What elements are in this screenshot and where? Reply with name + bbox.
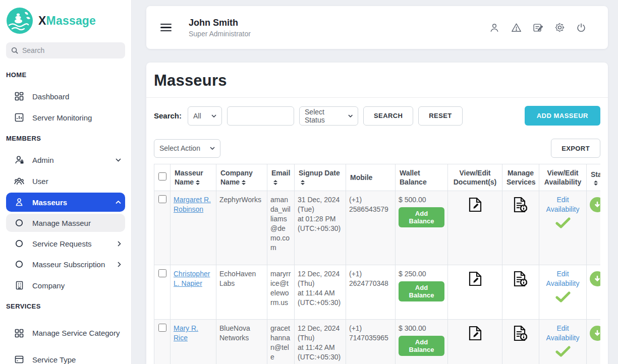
chevron-up-icon [116, 201, 121, 204]
reset-button[interactable]: RESET [418, 106, 462, 126]
table-row: Margaret R. Robinson ZephyrWorks amanda_… [154, 191, 601, 265]
view-edit-document-button[interactable] [467, 325, 483, 342]
chevron-right-icon [118, 262, 121, 267]
add-balance-button[interactable]: Add Balance [399, 207, 444, 227]
status-toggle-icon[interactable] [590, 197, 600, 212]
manage-services-button[interactable] [513, 325, 529, 342]
sidebar-item-server-monitoring[interactable]: Server Monitoring [6, 110, 125, 125]
table-row: Mary R. Rice BlueNova Networks gracethan… [154, 320, 601, 364]
document-info-icon [513, 270, 529, 287]
edit-availability-link[interactable]: Edit Availability [542, 324, 583, 343]
edit-availability-link[interactable]: Edit Availability [542, 195, 583, 214]
status-toggle-icon[interactable] [590, 326, 600, 341]
chevron-down-icon [116, 158, 121, 162]
mobile-cell: (+1) 7147035965 [346, 320, 396, 364]
sidebar-item-label: Masseur Subscription [32, 260, 105, 269]
sort-icon [273, 180, 277, 185]
divider [146, 97, 608, 98]
company-cell: ZephyrWorks [216, 191, 267, 265]
header-company-name[interactable]: Company Name [216, 164, 267, 191]
settings-gear-icon[interactable] [553, 21, 566, 34]
company-cell: BlueNova Networks [216, 320, 267, 364]
power-icon[interactable] [575, 21, 588, 34]
search-keyword-input[interactable] [227, 106, 294, 126]
sidebar-item-label: Admin [32, 156, 54, 164]
radio-circle-icon [14, 219, 24, 227]
section-members: MEMBERS [6, 135, 125, 142]
sidebar-item-admin[interactable]: Admin [6, 152, 125, 167]
masseur-name-link[interactable]: Christopher L. Napier [174, 270, 210, 287]
header-view-edit-documents: View/Edit Document(s) [448, 164, 502, 191]
sidebar-item-masseur-subscription[interactable]: Masseur Subscription [6, 257, 125, 272]
mobile-cell: (+1) 2586543579 [346, 191, 396, 265]
search-input[interactable] [22, 46, 120, 54]
sidebar-item-user[interactable]: User [6, 173, 125, 189]
header-email[interactable]: Email [267, 164, 295, 191]
users-group-icon [14, 176, 24, 186]
bulk-action-select[interactable]: Select Action [154, 139, 220, 158]
view-edit-document-button[interactable] [467, 196, 483, 213]
dashboard-grid-icon [14, 92, 24, 101]
manage-services-button[interactable] [513, 196, 529, 213]
email-cell: gracethannan@tele [267, 320, 295, 364]
chevron-down-icon [348, 114, 353, 117]
sidebar-item-masseurs[interactable]: Masseurs [6, 193, 125, 212]
sort-icon [301, 180, 305, 185]
edit-availability-link[interactable]: Edit Availability [542, 269, 583, 288]
filter-row: Search: All Select Status SEARCH RESET A… [154, 106, 600, 126]
view-edit-document-button[interactable] [467, 270, 483, 287]
add-balance-button[interactable]: Add Balance [399, 281, 444, 301]
document-edit-icon [467, 270, 483, 287]
masseur-name-link[interactable]: Mary R. Rice [174, 324, 198, 342]
current-user: John Smith Super Administrator [189, 18, 251, 38]
status-toggle-icon[interactable] [590, 271, 600, 286]
alert-triangle-icon[interactable] [510, 21, 523, 34]
status-select[interactable]: Select Status [299, 106, 358, 126]
chevron-down-icon [210, 147, 215, 150]
wallet-cell: $ 300.00 Add Balance [396, 320, 448, 364]
sidebar-item-label: Service Requests [32, 239, 92, 248]
search-field-select[interactable]: All [188, 106, 222, 126]
header-masseur-name[interactable]: Masseur Name [171, 164, 216, 191]
form-edit-icon[interactable] [531, 21, 544, 34]
wallet-amount: $ 500.00 [399, 195, 444, 205]
user-icon[interactable] [488, 21, 501, 34]
sidebar-item-label: Company [32, 281, 65, 290]
masseurs-table: Masseur Name Company Name Email Signup D… [154, 164, 600, 364]
category-grid-icon [14, 329, 24, 338]
sidebar-item-manage-service-category[interactable]: Manage Service Category [6, 322, 125, 345]
search-button[interactable]: SEARCH [363, 106, 413, 126]
sidebar-search[interactable] [6, 42, 125, 58]
sidebar-item-label: Masseurs [32, 198, 67, 207]
sidebar-item-service-type[interactable]: Service Type [6, 352, 125, 364]
document-edit-icon [467, 325, 483, 342]
masseur-name-link[interactable]: Margaret R. Robinson [174, 196, 211, 213]
row-checkbox[interactable] [158, 269, 166, 277]
row-checkbox[interactable] [158, 324, 166, 332]
availability-check-icon [555, 346, 571, 357]
brand-text: XMassage [38, 14, 96, 28]
row-checkbox[interactable] [158, 195, 166, 203]
chevron-right-icon [118, 241, 121, 247]
availability-check-icon [555, 291, 571, 302]
manage-services-button[interactable] [513, 270, 529, 287]
sidebar: XMassage HOME Dashboard Server Monitorin… [0, 0, 132, 364]
add-balance-button[interactable]: Add Balance [399, 336, 444, 356]
menu-toggle-button[interactable] [160, 22, 172, 34]
sidebar-item-service-requests[interactable]: Service Requests [6, 236, 125, 251]
sidebar-item-company[interactable]: Company [6, 278, 125, 293]
company-cell: EchoHaven Labs [216, 265, 267, 320]
signup-cell: 12 Dec, 2024 (Thu) at 11:44 AM (UTC:+05:… [295, 265, 346, 320]
header-status[interactable]: Status [587, 164, 601, 191]
header-manage-services: Manage Services [502, 164, 539, 191]
app-logo[interactable]: XMassage [6, 7, 125, 34]
card-list-icon [14, 355, 24, 363]
select-all-checkbox[interactable] [158, 172, 166, 180]
sidebar-item-dashboard[interactable]: Dashboard [6, 89, 125, 104]
export-button[interactable]: EXPORT [551, 139, 600, 158]
header-signup-date[interactable]: Signup Date [295, 164, 346, 191]
sort-icon [594, 180, 600, 186]
sidebar-item-manage-masseur[interactable]: Manage Masseur [6, 214, 125, 232]
section-home: HOME [6, 71, 125, 79]
add-masseur-button[interactable]: ADD MASSEUR [525, 106, 600, 126]
